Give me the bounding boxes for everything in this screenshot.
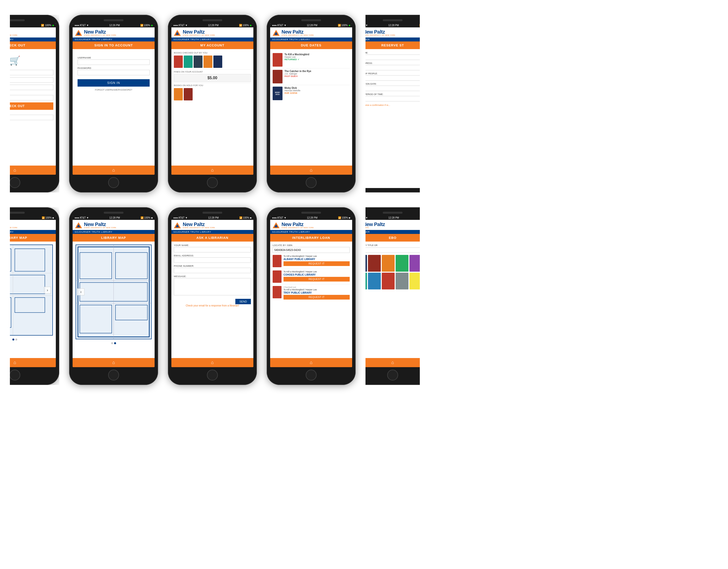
screen-checkout: 12:26 PM 📶 100% ■ New Paltz STATE UNIVER…	[10, 23, 56, 175]
app-header-7: New Paltz STATE UNIVERSITY OF NEW YORK	[73, 220, 155, 230]
shell-map-1: 12:28 PM 📶 100% ■ New Paltz STATE UNIVER…	[10, 207, 59, 385]
ask-phone-input[interactable]	[174, 268, 251, 273]
home-button-6[interactable]	[10, 370, 20, 380]
map-dots-2	[74, 341, 154, 345]
input-1[interactable]	[10, 70, 53, 75]
home-icon-4[interactable]: ⌂	[310, 168, 313, 173]
screen-map-1: 12:28 PM 📶 100% ■ New Paltz STATE UNIVER…	[10, 216, 56, 367]
fines-box: $5.00	[174, 74, 251, 82]
ebook-cover-8	[382, 273, 395, 289]
map-svg-2	[76, 245, 151, 339]
home-icon-6[interactable]: ⌂	[14, 360, 16, 365]
input-3[interactable]	[10, 85, 53, 90]
request-btn-1[interactable]: REQUEST IT	[283, 261, 350, 266]
screen-ask-librarian: ●●● AT&T ▼ 12:28 PM 📶 100% ■ New Paltz S…	[171, 216, 253, 367]
reserve-time-input[interactable]	[365, 96, 420, 101]
status-bar-2: ●●● AT&T ▼ 12:26 PM 📶 100% ■	[73, 23, 155, 27]
map-nav-left-2[interactable]: ‹	[78, 288, 84, 295]
home-button-10[interactable]	[387, 370, 398, 380]
signin-button[interactable]: SIGN IN	[78, 79, 150, 87]
logo-icon-8	[174, 222, 181, 228]
ebook-cover-9	[396, 273, 408, 289]
book-5	[213, 56, 222, 68]
home-icon-2[interactable]: ⌂	[112, 168, 115, 173]
map-nav-right-1[interactable]: ›	[44, 287, 51, 293]
dot-2-active	[114, 342, 116, 344]
ask-message-input[interactable]	[174, 278, 251, 295]
status-bar-5: ●●● AT&T ▼ 12:28 PM 📶 100% ■	[365, 23, 420, 27]
reserve-people-input[interactable]	[365, 75, 420, 81]
due-item-3: MOBYDICK Moby Dick Herman Melville DUE 1…	[273, 87, 350, 100]
status-bar-3: ●●● AT&T ▼ 12:28 PM 📶 100% ■	[171, 23, 253, 27]
home-icon-9[interactable]: ⌂	[310, 360, 313, 365]
speaker	[10, 19, 25, 21]
logo-icon-4	[273, 30, 280, 36]
phone-reserve: ●●● AT&T ▼ 12:28 PM 📶 100% ■ New Paltz S…	[365, 15, 420, 193]
library-bar-2: SOJOURNER TRUTH LIBRARY	[73, 38, 155, 41]
home-icon-3[interactable]: ⌂	[211, 168, 214, 173]
ebook-search-input[interactable]	[365, 248, 420, 253]
app-header: New Paltz STATE UNIVERSITY OF NEW YORK	[10, 27, 56, 38]
request-btn-2[interactable]: REQUEST IT	[283, 277, 350, 282]
username-input[interactable]	[78, 60, 150, 65]
forgot-link[interactable]: FORGOT USERNAME/PASSWORD?	[78, 89, 150, 91]
logo-icon-7	[75, 222, 82, 228]
due-dates-content: To Kill a Mockingbird Harper Lee RETURNE…	[270, 49, 352, 166]
home-icon-8[interactable]: ⌂	[211, 360, 214, 365]
loan-item-3: Checked out To Kill a Mockingbird / Harp…	[273, 286, 350, 299]
password-input[interactable]	[78, 70, 150, 75]
request-btn-3[interactable]: REQUEST IT	[283, 295, 350, 299]
home-icon-10[interactable]: ⌂	[391, 360, 394, 365]
reserve-content: YOUR NAME: EMAIL ADDRESS: NUMBER OF PEOP…	[365, 49, 420, 188]
home-button-9[interactable]	[306, 370, 317, 380]
bottom-bar-7: ⌂	[73, 358, 155, 367]
home-button-7[interactable]	[108, 370, 119, 380]
reserve-date-input[interactable]	[365, 86, 420, 91]
input-2[interactable]	[10, 77, 53, 83]
home-button-8[interactable]	[207, 370, 218, 380]
bottom-bar-3: ⌂	[171, 166, 253, 175]
home-button-4[interactable]	[306, 177, 317, 188]
send-button[interactable]: SEND	[235, 299, 251, 304]
book-1	[174, 56, 183, 68]
hold-1	[174, 88, 183, 100]
input-address[interactable]	[10, 95, 53, 100]
phone-checkout: 12:26 PM 📶 100% ■ New Paltz STATE UNIVER…	[10, 15, 59, 193]
book-2	[184, 56, 193, 68]
status-bar-9: ●●● AT&T ▼ 12:28 PM 📶 100% ■	[270, 216, 352, 220]
row-1: 12:26 PM 📶 100% ■ New Paltz STATE UNIVER…	[10, 15, 718, 193]
reserve-name-input[interactable]	[365, 55, 420, 60]
book-4	[203, 56, 212, 68]
speaker-2	[104, 19, 123, 21]
home-icon-7[interactable]: ⌂	[112, 360, 115, 365]
logo-main-2: New Paltz	[84, 29, 116, 34]
phone-interlibrary: ●●● AT&T ▼ 12:28 PM 📶 100% ■ New Paltz S…	[267, 207, 356, 385]
app-header-9: New Paltz STATE UNIVERSITY OF NEW YORK	[270, 220, 352, 230]
field-2	[10, 77, 53, 83]
field-3	[10, 85, 53, 90]
logo-sub-2: STATE UNIVERSITY OF NEW YORK	[84, 34, 116, 36]
home-button-1[interactable]	[10, 177, 20, 188]
reserve-email-input[interactable]	[365, 65, 420, 70]
password-field: PASSWORD	[78, 67, 150, 75]
due-back-input[interactable]	[10, 115, 53, 120]
app-header-2: New Paltz STATE UNIVERSITY OF NEW YORK	[73, 27, 155, 38]
home-icon[interactable]: ⌂	[14, 168, 16, 173]
ask-name-input[interactable]	[174, 247, 251, 253]
home-button-2[interactable]	[108, 177, 119, 188]
bottom-bar-4: ⌂	[270, 166, 352, 175]
logo-icon-3	[174, 30, 181, 36]
logo-sub: STATE UNIVERSITY OF NEW YORK	[10, 34, 18, 36]
ask-email-input[interactable]	[174, 258, 251, 263]
section-myaccount: MY ACCOUNT	[171, 41, 253, 49]
ebook-cover-3	[382, 255, 395, 272]
screen-my-account: ●●● AT&T ▼ 12:28 PM 📶 100% ■ New Paltz S…	[171, 23, 253, 175]
home-button-3[interactable]	[207, 177, 218, 188]
loan-item-1: To Kill a Mockingbird / Harper Lee ALBAN…	[273, 255, 350, 267]
isbn-input[interactable]	[273, 247, 350, 253]
checkout-button[interactable]: CHECK OUT	[10, 102, 53, 110]
section-ebook: EBO	[365, 234, 420, 242]
cart-area: 🛒	[10, 52, 53, 70]
shell-due-dates: ●●● AT&T ▼ 12:28 PM 📶 100% ■ New Paltz S…	[267, 15, 356, 193]
due-cover-1	[273, 53, 283, 67]
